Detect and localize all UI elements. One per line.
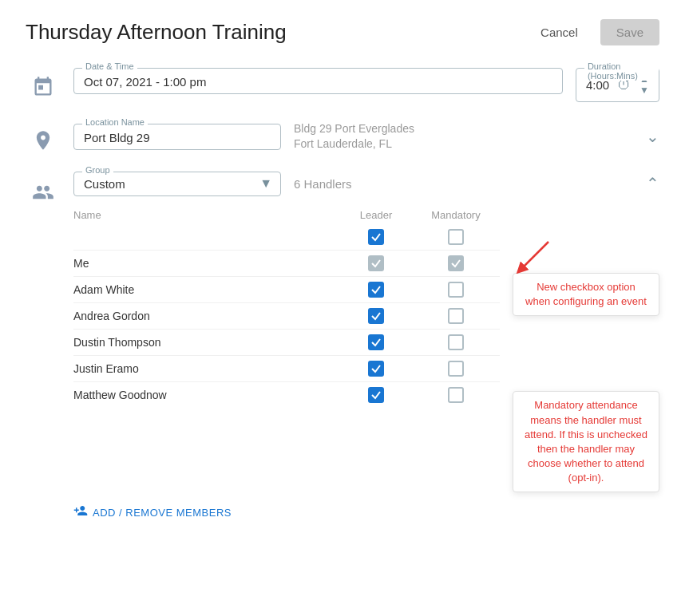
person-matthew-name: Matthew Goodnow [73, 389, 340, 401]
checkbox-tooltip: New checkbox option when configuring an … [513, 273, 659, 316]
location-label: Location Name [82, 117, 148, 127]
mandatory-tooltip-text: Mandatory attendance means the handler m… [525, 399, 647, 484]
me-leader-checkbox[interactable] [340, 255, 412, 271]
location-address: Bldg 29 Port Everglades Fort Lauderdale,… [294, 121, 633, 152]
duration-label: Duration (Hours:Mins) [584, 61, 659, 81]
all-mandatory-checkbox[interactable] [412, 229, 500, 245]
checkbox-tooltip-text: New checkbox option when configuring an … [525, 281, 647, 307]
group-value: Custom [84, 177, 125, 191]
matthew-mandatory-checkbox[interactable] [412, 387, 500, 403]
andrea-leader-checkbox[interactable] [340, 308, 412, 324]
group-icon [26, 172, 61, 203]
duration-down-button[interactable]: ▼ [639, 85, 649, 96]
handlers-panel: Name Leader Mandatory [73, 206, 659, 493]
dustin-mandatory-checkbox[interactable] [412, 334, 500, 350]
table-row-adam: Adam White [73, 277, 500, 303]
person-me-name: Me [73, 257, 340, 270]
col-mandatory-header: Mandatory [412, 209, 500, 221]
person-dustin-name: Dustin Thompson [73, 336, 340, 349]
adam-leader-checkbox[interactable] [340, 282, 412, 298]
handlers-table-area: Name Leader Mandatory [73, 206, 500, 493]
col-name-header: Name [73, 209, 340, 221]
add-members-label: ADD / REMOVE MEMBERS [93, 507, 232, 519]
location-address-line2: Fort Lauderdale, FL [294, 136, 633, 152]
dustin-leader-checkbox[interactable] [340, 334, 412, 350]
table-row-matthew: Matthew Goodnow [73, 382, 500, 408]
duration-field[interactable]: Duration (Hours:Mins) 4:00 ⏱ ▲ ▼ [576, 68, 659, 102]
mandatory-tooltip: Mandatory attendance means the handler m… [513, 391, 659, 492]
page-header: Thursday Afternoon Training Cancel Save [26, 19, 659, 45]
handlers-count: 6 Handlers [294, 177, 633, 191]
location-name-field[interactable]: Location Name Port Bldg 29 [73, 124, 281, 150]
location-address-line1: Bldg 29 Port Everglades [294, 121, 633, 137]
group-dropdown-icon: ▼ [259, 176, 272, 191]
add-members-icon [73, 503, 88, 522]
add-remove-members-button[interactable]: ADD / REMOVE MEMBERS [73, 503, 659, 522]
person-adam-name: Adam White [73, 283, 340, 296]
all-leader-checkbox[interactable] [340, 229, 412, 245]
col-leader-header: Leader [340, 209, 412, 221]
group-label: Group [82, 165, 113, 175]
location-expand-chevron[interactable]: ⌄ [646, 127, 659, 146]
datetime-section: Date & Time Oct 07, 2021 - 1:00 pm Durat… [26, 68, 659, 102]
location-section: Location Name Port Bldg 29 Bldg 29 Port … [26, 121, 659, 152]
table-row-dustin: Dustin Thompson [73, 330, 500, 356]
handlers-collapse-chevron[interactable]: ⌃ [646, 174, 659, 193]
table-row-justin: Justin Eramo [73, 356, 500, 382]
calendar-icon [26, 68, 61, 98]
person-justin-name: Justin Eramo [73, 362, 340, 375]
svg-line-1 [521, 242, 548, 270]
location-content: Location Name Port Bldg 29 Bldg 29 Port … [73, 121, 659, 152]
matthew-leader-checkbox[interactable] [340, 387, 412, 403]
group-content: Group Custom ▼ 6 Handlers ⌃ Name Le [73, 172, 659, 523]
adam-mandatory-checkbox[interactable] [412, 282, 500, 298]
group-section: Group Custom ▼ 6 Handlers ⌃ Name Le [26, 172, 659, 523]
save-button: Save [600, 19, 659, 45]
location-icon [26, 121, 61, 152]
datetime-field[interactable]: Date & Time Oct 07, 2021 - 1:00 pm [73, 68, 563, 94]
table-row-me: Me [73, 251, 500, 277]
justin-leader-checkbox[interactable] [340, 361, 412, 377]
location-name-value: Port Bldg 29 [84, 129, 271, 144]
header-buttons: Cancel Save [528, 19, 659, 45]
annotation-panel: New checkbox option when configuring an … [500, 206, 659, 493]
me-mandatory-checkbox[interactable] [412, 255, 500, 271]
datetime-label: Date & Time [82, 61, 137, 71]
datetime-content: Date & Time Oct 07, 2021 - 1:00 pm Durat… [73, 68, 659, 102]
justin-mandatory-checkbox[interactable] [412, 361, 500, 377]
table-row-andrea: Andrea Gordon [73, 303, 500, 330]
andrea-mandatory-checkbox[interactable] [412, 308, 500, 324]
cancel-button[interactable]: Cancel [528, 19, 591, 45]
group-select-field[interactable]: Group Custom ▼ [73, 172, 281, 196]
table-header: Name Leader Mandatory [73, 206, 500, 224]
datetime-value: Oct 07, 2021 - 1:00 pm [84, 73, 552, 89]
person-andrea-name: Andrea Gordon [73, 310, 340, 322]
table-row-all [73, 224, 500, 251]
page-title: Thursday Afternoon Training [26, 20, 287, 45]
